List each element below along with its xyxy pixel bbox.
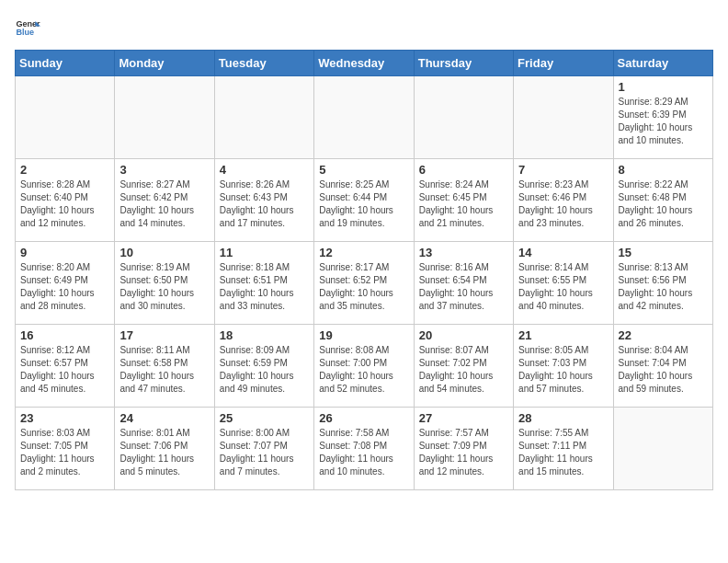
day-info: Sunrise: 8:00 AM Sunset: 7:07 PM Dayligh… (220, 427, 309, 478)
calendar-week-row: 23Sunrise: 8:03 AM Sunset: 7:05 PM Dayli… (16, 408, 713, 490)
day-info: Sunrise: 8:03 AM Sunset: 7:05 PM Dayligh… (20, 427, 109, 478)
day-number: 18 (220, 328, 309, 342)
day-number: 28 (518, 411, 608, 425)
calendar-cell: 18Sunrise: 8:09 AM Sunset: 6:59 PM Dayli… (214, 325, 313, 408)
day-info: Sunrise: 8:05 AM Sunset: 7:03 PM Dayligh… (518, 344, 608, 396)
day-info: Sunrise: 8:22 AM Sunset: 6:48 PM Dayligh… (619, 178, 708, 230)
day-number: 3 (119, 163, 209, 177)
calendar-cell: 9Sunrise: 8:20 AM Sunset: 6:49 PM Daylig… (16, 242, 115, 325)
calendar-cell: 27Sunrise: 7:57 AM Sunset: 7:09 PM Dayli… (414, 408, 513, 490)
day-info: Sunrise: 8:09 AM Sunset: 6:59 PM Dayligh… (220, 344, 309, 396)
day-number: 27 (419, 411, 508, 425)
calendar-cell: 19Sunrise: 8:08 AM Sunset: 7:00 PM Dayli… (314, 325, 414, 408)
day-number: 2 (20, 163, 109, 177)
day-number: 1 (619, 80, 708, 94)
day-number: 16 (20, 328, 109, 342)
day-number: 10 (119, 246, 209, 259)
day-info: Sunrise: 8:11 AM Sunset: 6:58 PM Dayligh… (119, 344, 209, 396)
calendar-cell: 17Sunrise: 8:11 AM Sunset: 6:58 PM Dayli… (115, 325, 214, 408)
calendar-week-row: 2Sunrise: 8:28 AM Sunset: 6:40 PM Daylig… (16, 159, 713, 242)
weekday-header-row: SundayMondayTuesdayWednesdayThursdayFrid… (16, 51, 713, 76)
day-info: Sunrise: 8:29 AM Sunset: 6:39 PM Dayligh… (619, 96, 708, 147)
weekday-header-friday: Friday (514, 51, 613, 76)
calendar-cell: 11Sunrise: 8:18 AM Sunset: 6:51 PM Dayli… (214, 242, 313, 325)
day-number: 9 (20, 246, 109, 259)
day-info: Sunrise: 7:58 AM Sunset: 7:08 PM Dayligh… (319, 427, 408, 478)
calendar-cell: 4Sunrise: 8:26 AM Sunset: 6:43 PM Daylig… (214, 159, 313, 242)
day-info: Sunrise: 8:08 AM Sunset: 7:00 PM Dayligh… (319, 344, 408, 396)
day-number: 25 (220, 411, 309, 425)
calendar-cell: 25Sunrise: 8:00 AM Sunset: 7:07 PM Dayli… (214, 408, 313, 490)
day-info: Sunrise: 8:27 AM Sunset: 6:42 PM Dayligh… (119, 178, 209, 230)
calendar-cell: 26Sunrise: 7:58 AM Sunset: 7:08 PM Dayli… (314, 408, 414, 490)
calendar-cell: 1Sunrise: 8:29 AM Sunset: 6:39 PM Daylig… (613, 76, 712, 159)
day-info: Sunrise: 8:14 AM Sunset: 6:55 PM Dayligh… (518, 261, 608, 313)
day-number: 23 (20, 411, 109, 425)
day-number: 21 (518, 328, 608, 342)
day-info: Sunrise: 8:01 AM Sunset: 7:06 PM Dayligh… (119, 427, 209, 478)
calendar-cell: 3Sunrise: 8:27 AM Sunset: 6:42 PM Daylig… (115, 159, 214, 242)
day-info: Sunrise: 8:07 AM Sunset: 7:02 PM Dayligh… (419, 344, 508, 396)
day-info: Sunrise: 8:26 AM Sunset: 6:43 PM Dayligh… (220, 178, 309, 230)
calendar-cell: 28Sunrise: 7:55 AM Sunset: 7:11 PM Dayli… (514, 408, 613, 490)
day-number: 12 (319, 246, 408, 259)
weekday-header-thursday: Thursday (414, 51, 513, 76)
calendar-cell: 12Sunrise: 8:17 AM Sunset: 6:52 PM Dayli… (314, 242, 414, 325)
day-number: 5 (319, 163, 408, 177)
day-number: 20 (419, 328, 508, 342)
calendar-cell: 10Sunrise: 8:19 AM Sunset: 6:50 PM Dayli… (115, 242, 214, 325)
calendar-cell (16, 76, 115, 159)
weekday-header-monday: Monday (115, 51, 214, 76)
day-number: 13 (419, 246, 508, 259)
calendar-cell: 20Sunrise: 8:07 AM Sunset: 7:02 PM Dayli… (414, 325, 513, 408)
day-info: Sunrise: 8:19 AM Sunset: 6:50 PM Dayligh… (119, 261, 209, 313)
day-info: Sunrise: 8:16 AM Sunset: 6:54 PM Dayligh… (419, 261, 508, 313)
day-info: Sunrise: 7:55 AM Sunset: 7:11 PM Dayligh… (518, 427, 608, 478)
calendar-cell: 2Sunrise: 8:28 AM Sunset: 6:40 PM Daylig… (16, 159, 115, 242)
calendar-cell: 7Sunrise: 8:23 AM Sunset: 6:46 PM Daylig… (514, 159, 613, 242)
calendar-cell (115, 76, 214, 159)
day-info: Sunrise: 8:28 AM Sunset: 6:40 PM Dayligh… (20, 178, 109, 230)
calendar-cell: 16Sunrise: 8:12 AM Sunset: 6:57 PM Dayli… (16, 325, 115, 408)
calendar-cell: 14Sunrise: 8:14 AM Sunset: 6:55 PM Dayli… (514, 242, 613, 325)
page-header: General Blue (15, 15, 713, 40)
day-info: Sunrise: 8:04 AM Sunset: 7:04 PM Dayligh… (619, 344, 708, 396)
calendar-cell (314, 76, 414, 159)
calendar-cell (214, 76, 313, 159)
day-number: 14 (518, 246, 608, 259)
day-number: 15 (619, 246, 708, 259)
calendar-cell: 8Sunrise: 8:22 AM Sunset: 6:48 PM Daylig… (613, 159, 712, 242)
day-number: 17 (119, 328, 209, 342)
day-info: Sunrise: 8:23 AM Sunset: 6:46 PM Dayligh… (518, 178, 608, 230)
calendar-cell: 5Sunrise: 8:25 AM Sunset: 6:44 PM Daylig… (314, 159, 414, 242)
day-number: 4 (220, 163, 309, 177)
day-info: Sunrise: 8:13 AM Sunset: 6:56 PM Dayligh… (619, 261, 708, 313)
calendar-cell (514, 76, 613, 159)
calendar-cell: 23Sunrise: 8:03 AM Sunset: 7:05 PM Dayli… (16, 408, 115, 490)
day-number: 19 (319, 328, 408, 342)
calendar-cell: 6Sunrise: 8:24 AM Sunset: 6:45 PM Daylig… (414, 159, 513, 242)
day-number: 11 (220, 246, 309, 259)
day-number: 7 (518, 163, 608, 177)
day-info: Sunrise: 8:17 AM Sunset: 6:52 PM Dayligh… (319, 261, 408, 313)
calendar-cell (414, 76, 513, 159)
day-info: Sunrise: 8:12 AM Sunset: 6:57 PM Dayligh… (20, 344, 109, 396)
calendar-week-row: 1Sunrise: 8:29 AM Sunset: 6:39 PM Daylig… (16, 76, 713, 159)
day-number: 26 (319, 411, 408, 425)
weekday-header-sunday: Sunday (16, 51, 115, 76)
calendar-cell: 15Sunrise: 8:13 AM Sunset: 6:56 PM Dayli… (613, 242, 712, 325)
day-info: Sunrise: 8:24 AM Sunset: 6:45 PM Dayligh… (419, 178, 508, 230)
svg-text:Blue: Blue (16, 28, 34, 37)
logo: General Blue (15, 15, 44, 40)
weekday-header-saturday: Saturday (613, 51, 712, 76)
calendar-cell: 13Sunrise: 8:16 AM Sunset: 6:54 PM Dayli… (414, 242, 513, 325)
calendar-cell: 21Sunrise: 8:05 AM Sunset: 7:03 PM Dayli… (514, 325, 613, 408)
day-info: Sunrise: 8:18 AM Sunset: 6:51 PM Dayligh… (220, 261, 309, 313)
calendar-cell: 24Sunrise: 8:01 AM Sunset: 7:06 PM Dayli… (115, 408, 214, 490)
weekday-header-wednesday: Wednesday (314, 51, 414, 76)
day-info: Sunrise: 8:25 AM Sunset: 6:44 PM Dayligh… (319, 178, 408, 230)
calendar-week-row: 16Sunrise: 8:12 AM Sunset: 6:57 PM Dayli… (16, 325, 713, 408)
day-info: Sunrise: 8:20 AM Sunset: 6:49 PM Dayligh… (20, 261, 109, 313)
day-info: Sunrise: 7:57 AM Sunset: 7:09 PM Dayligh… (419, 427, 508, 478)
day-number: 8 (619, 163, 708, 177)
